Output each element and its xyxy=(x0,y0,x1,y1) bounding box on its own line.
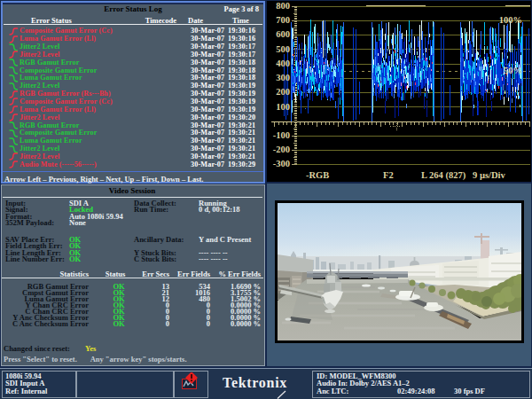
svg-text:400: 400 xyxy=(276,59,290,68)
svg-text:800: 800 xyxy=(276,1,290,11)
svg-text:100%: 100% xyxy=(499,15,522,25)
svg-text:-300: -300 xyxy=(273,159,290,168)
svg-text:100: 100 xyxy=(276,102,290,112)
svg-text:9 µs/Div: 9 µs/Div xyxy=(473,170,505,180)
svg-text:L 264 (827): L 264 (827) xyxy=(421,170,466,181)
svg-text:500: 500 xyxy=(276,44,290,54)
svg-text:-RGB: -RGB xyxy=(306,170,329,180)
svg-text:-200: -200 xyxy=(273,145,290,154)
svg-text:-100: -100 xyxy=(273,130,290,140)
svg-text:300: 300 xyxy=(276,73,290,82)
svg-text:600: 600 xyxy=(276,29,290,39)
svg-text:200: 200 xyxy=(276,87,290,97)
svg-text:50%: 50% xyxy=(504,66,522,75)
svg-text:700: 700 xyxy=(276,15,290,25)
svg-text:F2: F2 xyxy=(383,170,394,180)
